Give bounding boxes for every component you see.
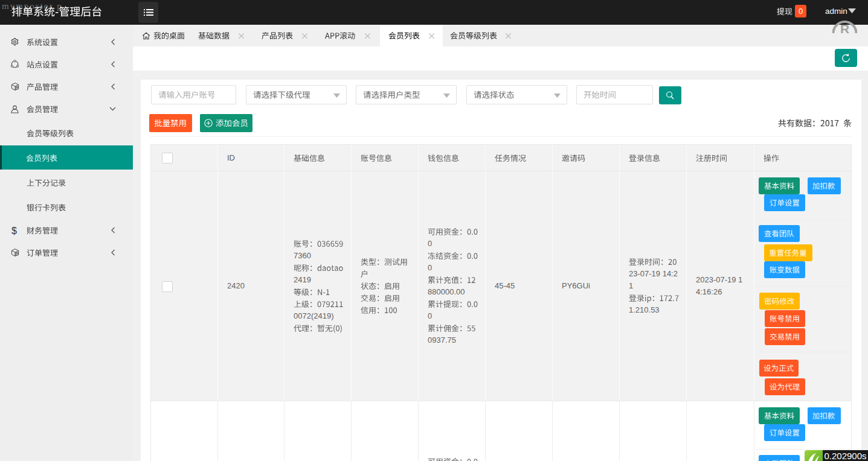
svg-text:R: R <box>840 22 849 33</box>
